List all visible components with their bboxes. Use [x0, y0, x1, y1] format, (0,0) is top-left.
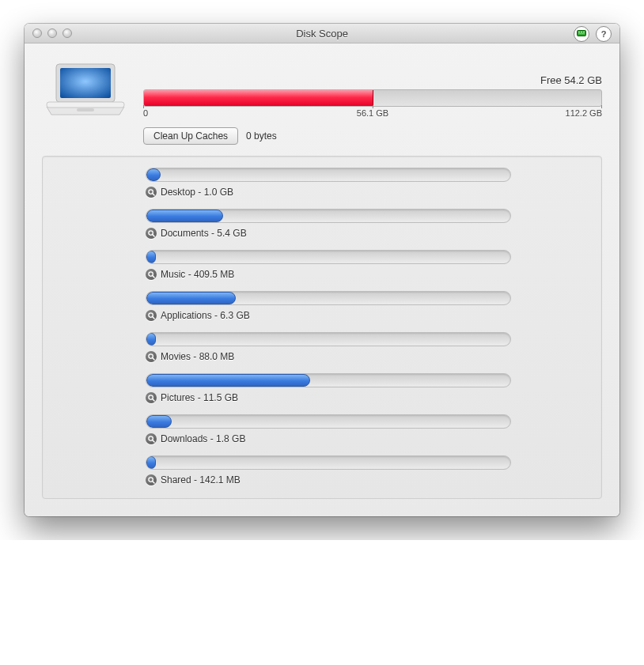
folder-row: Shared - 142.1 MB — [146, 455, 585, 486]
folder-usage-bar — [146, 373, 511, 387]
window-title: Disk Scope — [296, 28, 348, 40]
svg-rect-1 — [578, 32, 580, 32]
tick-used: 56.1 GB — [357, 108, 388, 118]
folder-usage-fill — [146, 251, 156, 263]
folder-usage-bar — [146, 414, 511, 429]
disk-usage-column: Free 54.2 GB 0 56.1 GB 112.2 GB — [143, 74, 602, 121]
folder-row: Downloads - 1.8 GB — [146, 414, 585, 444]
folder-usage-fill — [146, 210, 223, 222]
folder-usage-bar — [146, 250, 511, 264]
window-controls — [32, 28, 72, 38]
folder-usage-fill — [146, 374, 310, 387]
free-space-label: Free 54.2 GB — [143, 74, 602, 86]
disk-usage-ticks: 0 56.1 GB 112.2 GB — [143, 108, 602, 121]
svg-rect-3 — [583, 32, 585, 32]
magnify-icon[interactable] — [146, 310, 157, 321]
folder-label: Shared - 142.1 MB — [161, 474, 241, 486]
folder-row: Documents - 5.4 GB — [146, 209, 585, 239]
folder-label-row: Documents - 5.4 GB — [146, 228, 585, 239]
folder-usage-bar — [146, 168, 511, 182]
folder-label: Documents - 5.4 GB — [161, 228, 247, 239]
toolbar-right: ? — [574, 26, 612, 42]
magnify-icon[interactable] — [146, 351, 157, 362]
cache-row: Clean Up Caches 0 bytes — [143, 127, 602, 145]
svg-rect-4 — [578, 33, 585, 34]
folder-row: Applications - 6.3 GB — [146, 291, 585, 321]
folder-usage-bar — [146, 455, 511, 470]
help-icon: ? — [601, 29, 607, 39]
folder-usage-fill — [146, 168, 161, 181]
svg-line-16 — [152, 316, 154, 319]
folder-label-row: Applications - 6.3 GB — [146, 310, 585, 321]
magnify-icon[interactable] — [146, 474, 157, 486]
folder-label: Movies - 88.0 MB — [161, 351, 234, 362]
zoom-window-button[interactable] — [63, 28, 72, 38]
svg-rect-0 — [578, 31, 586, 36]
svg-line-22 — [152, 440, 154, 442]
svg-line-10 — [152, 193, 154, 195]
tick-zero: 0 — [143, 108, 148, 118]
folder-label: Music - 409.5 MB — [161, 269, 234, 280]
disk-usage-bar — [143, 89, 602, 107]
folder-label: Pictures - 11.5 GB — [161, 392, 238, 403]
folder-usage-bar — [146, 332, 511, 346]
svg-rect-2 — [581, 32, 582, 32]
app-window: Disk Scope ? — [25, 24, 619, 516]
folder-label-row: Pictures - 11.5 GB — [146, 392, 585, 403]
folder-usage-bar — [146, 291, 511, 305]
folder-label: Downloads - 1.8 GB — [161, 433, 245, 444]
svg-rect-7 — [47, 102, 124, 108]
svg-rect-6 — [60, 68, 111, 98]
folder-usage-fill — [146, 333, 156, 346]
folders-panel: Desktop - 1.0 GBDocuments - 5.4 GBMusic … — [42, 156, 602, 499]
cache-size-label: 0 bytes — [246, 130, 277, 142]
svg-line-24 — [152, 481, 154, 483]
svg-line-18 — [152, 357, 154, 360]
folder-usage-fill — [146, 415, 172, 428]
svg-line-20 — [152, 399, 154, 401]
tick-total: 112.2 GB — [566, 108, 602, 118]
svg-line-12 — [152, 234, 154, 236]
magnify-icon[interactable] — [146, 187, 157, 198]
disk-usage-fill — [144, 90, 373, 106]
magnify-icon[interactable] — [146, 269, 157, 280]
board-icon[interactable] — [574, 26, 589, 42]
folder-row: Music - 409.5 MB — [146, 250, 585, 280]
folder-label: Desktop - 1.0 GB — [161, 187, 233, 198]
magnify-icon[interactable] — [146, 228, 157, 239]
folder-label-row: Music - 409.5 MB — [146, 269, 585, 280]
folder-row: Desktop - 1.0 GB — [146, 168, 585, 198]
folder-label-row: Desktop - 1.0 GB — [146, 187, 585, 198]
folder-usage-fill — [146, 292, 236, 304]
help-button[interactable]: ? — [596, 26, 612, 42]
folder-usage-fill — [146, 456, 156, 469]
magnify-icon[interactable] — [146, 392, 157, 403]
computer-icon — [42, 58, 129, 121]
folder-label-row: Movies - 88.0 MB — [146, 351, 585, 362]
titlebar[interactable]: Disk Scope ? — [25, 24, 619, 43]
minimize-window-button[interactable] — [47, 28, 57, 38]
folder-usage-bar — [146, 209, 511, 223]
folder-label: Applications - 6.3 GB — [161, 310, 250, 321]
disk-summary: Free 54.2 GB 0 56.1 GB 112.2 GB — [42, 58, 602, 121]
svg-line-14 — [152, 275, 154, 278]
content: Free 54.2 GB 0 56.1 GB 112.2 GB Clean Up… — [25, 43, 619, 516]
svg-rect-8 — [77, 108, 94, 111]
clean-caches-button[interactable]: Clean Up Caches — [143, 127, 238, 145]
folder-label-row: Downloads - 1.8 GB — [146, 433, 585, 444]
folder-row: Movies - 88.0 MB — [146, 332, 585, 362]
close-window-button[interactable] — [32, 28, 42, 38]
magnify-icon[interactable] — [146, 433, 157, 444]
folder-label-row: Shared - 142.1 MB — [146, 474, 585, 486]
folder-row: Pictures - 11.5 GB — [146, 373, 585, 403]
